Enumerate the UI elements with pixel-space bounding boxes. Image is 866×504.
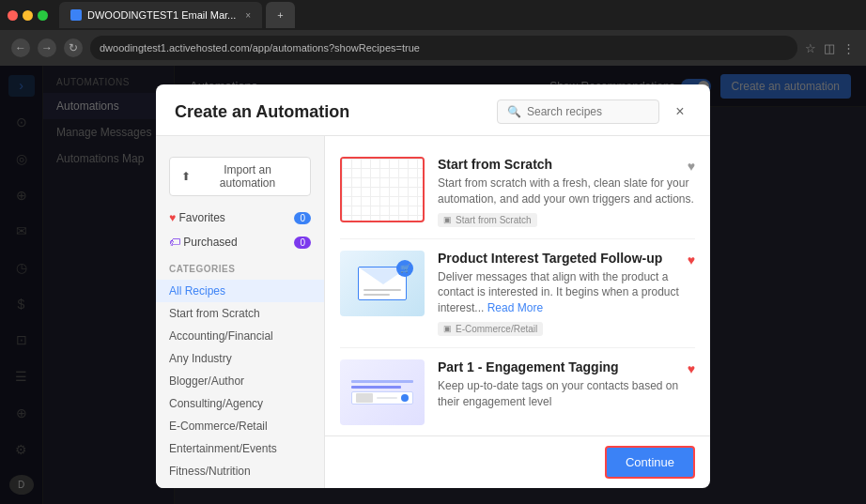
modal-header-right: 🔍 × bbox=[497, 99, 691, 124]
modal-footer: Continue bbox=[325, 435, 710, 488]
star-icon[interactable]: ☆ bbox=[805, 41, 816, 55]
category-ecommerce[interactable]: E-Commerce/Retail bbox=[156, 415, 324, 437]
app-wrapper: DWOODINGTEST1 Email Mar... × + ← → ↻ dwo… bbox=[0, 0, 866, 504]
modal-title: Create an Automation bbox=[175, 102, 349, 122]
recipe-info-scratch: Start from Scratch Start from scratch wi… bbox=[438, 157, 695, 227]
recipe-desc-scratch: Start from scratch with a fresh, clean s… bbox=[438, 176, 695, 207]
browser-chrome: DWOODINGTEST1 Email Mar... × + ← → ↻ dwo… bbox=[0, 0, 866, 66]
search-icon: 🔍 bbox=[507, 105, 521, 118]
recipe-info-product: Product Interest Targeted Follow-up Deli… bbox=[438, 251, 695, 336]
new-tab[interactable]: + bbox=[266, 2, 294, 28]
import-label: Import an automation bbox=[196, 163, 299, 190]
recipe-name-scratch: Start from Scratch bbox=[438, 157, 695, 172]
recipe-desc-engagement: Keep up-to-date tags on your contacts ba… bbox=[438, 378, 695, 410]
toolbar-icons: ☆ ◫ ⋮ bbox=[805, 41, 855, 55]
recipe-panel: Start from Scratch Start from scratch wi… bbox=[325, 136, 710, 488]
purchased-label: Purchased bbox=[183, 236, 237, 249]
category-accounting[interactable]: Accounting/Financial bbox=[156, 325, 324, 347]
back-button[interactable]: ← bbox=[11, 38, 30, 57]
continue-button[interactable]: Continue bbox=[605, 446, 695, 479]
category-entertainment[interactable]: Entertainment/Events bbox=[156, 437, 324, 460]
recipe-tag-label-product: E-Commerce/Retail bbox=[456, 324, 537, 334]
read-more-link[interactable]: Read More bbox=[487, 301, 543, 314]
recipe-tag-icon: ▣ bbox=[443, 215, 452, 224]
traffic-light-green[interactable] bbox=[38, 10, 48, 21]
grid-pattern bbox=[342, 159, 423, 221]
browser-tabs: DWOODINGTEST1 Email Mar... × + bbox=[0, 0, 866, 30]
modal-header: Create an Automation 🔍 × bbox=[156, 84, 710, 136]
purchased-badge: 0 bbox=[294, 237, 311, 249]
tag-icon: 🏷 bbox=[169, 236, 180, 249]
recipe-tag-label: Start from Scratch bbox=[456, 215, 532, 225]
purchased-item[interactable]: 🏷 Purchased 0 bbox=[156, 230, 324, 254]
category-start-from-scratch[interactable]: Start from Scratch bbox=[156, 302, 324, 325]
recipe-thumb-scratch bbox=[340, 157, 425, 222]
recipe-fav-product[interactable]: ♥ bbox=[688, 252, 695, 267]
tab-favicon bbox=[70, 9, 82, 21]
import-icon: ⬆ bbox=[181, 170, 191, 183]
category-consulting[interactable]: Consulting/Agency bbox=[156, 392, 324, 415]
browser-bar: ← → ↻ dwoodingtest1.activehosted.com/app… bbox=[0, 30, 866, 66]
new-tab-icon: + bbox=[277, 9, 283, 21]
recipe-thumb-product: 🛒 bbox=[340, 251, 425, 316]
recipe-name-engagement: Part 1 - Engagement Tagging bbox=[438, 359, 695, 374]
address-bar[interactable]: dwoodingtest1.activehosted.com/app/autom… bbox=[90, 36, 797, 60]
recipe-thumb-engagement bbox=[340, 359, 425, 425]
traffic-lights bbox=[8, 10, 48, 21]
purchased-row: 🏷 Purchased bbox=[169, 236, 238, 249]
refresh-button[interactable]: ↻ bbox=[64, 38, 83, 57]
cart-icon: 🛒 bbox=[396, 260, 413, 277]
recipe-tag-scratch: ▣ Start from Scratch bbox=[438, 213, 537, 227]
tab-close[interactable]: × bbox=[245, 10, 251, 21]
favorites-label: Favorites bbox=[178, 211, 224, 224]
category-all-recipes[interactable]: All Recipes bbox=[156, 280, 324, 302]
recipe-fav-scratch[interactable]: ♥ bbox=[688, 159, 695, 174]
category-healthcare[interactable]: Healthcare bbox=[156, 482, 324, 488]
search-input[interactable] bbox=[527, 105, 649, 118]
extensions-icon[interactable]: ◫ bbox=[824, 41, 835, 55]
tab-label: DWOODINGTEST1 Email Mar... bbox=[87, 9, 236, 21]
import-btn-area: ⬆ Import an automation bbox=[156, 147, 324, 206]
categories-title: CATEGORIES bbox=[156, 254, 324, 280]
create-automation-modal: Create an Automation 🔍 × ⬆ bbox=[156, 84, 710, 488]
favorites-item[interactable]: ♥ Favorites 0 bbox=[156, 206, 324, 230]
category-blogger[interactable]: Blogger/Author bbox=[156, 370, 324, 392]
modal-overlay: Create an Automation 🔍 × ⬆ bbox=[0, 66, 866, 504]
recipe-name-product: Product Interest Targeted Follow-up bbox=[438, 251, 695, 266]
close-button[interactable]: × bbox=[669, 100, 691, 123]
import-automation-button[interactable]: ⬆ Import an automation bbox=[169, 157, 311, 196]
recipe-fav-engagement[interactable]: ♥ bbox=[688, 361, 695, 376]
category-fitness[interactable]: Fitness/Nutrition bbox=[156, 460, 324, 482]
recipe-tag-icon-product: ▣ bbox=[443, 324, 452, 333]
more-icon[interactable]: ⋮ bbox=[843, 41, 855, 55]
recipe-item-product[interactable]: 🛒 Product Interest Targeted Follow-up De… bbox=[340, 239, 695, 348]
recipe-desc-product: Deliver messages that align with the pro… bbox=[438, 269, 695, 316]
active-tab[interactable]: DWOODINGTEST1 Email Mar... × bbox=[59, 2, 262, 28]
search-box[interactable]: 🔍 bbox=[497, 99, 659, 124]
recipe-tag-product: ▣ E-Commerce/Retail bbox=[438, 322, 543, 336]
traffic-light-yellow[interactable] bbox=[23, 10, 33, 21]
heart-icon: ♥ bbox=[169, 211, 176, 224]
forward-button[interactable]: → bbox=[38, 38, 56, 57]
favorites-badge: 0 bbox=[294, 212, 311, 224]
recipe-info-engagement: Part 1 - Engagement Tagging Keep up-to-d… bbox=[438, 359, 695, 410]
recipe-item-scratch[interactable]: Start from Scratch Start from scratch wi… bbox=[340, 145, 695, 239]
recipe-list: Start from Scratch Start from scratch wi… bbox=[325, 136, 710, 435]
address-text: dwoodingtest1.activehosted.com/app/autom… bbox=[100, 42, 420, 53]
modal-body: ⬆ Import an automation ♥ Favorites 0 bbox=[156, 136, 710, 488]
traffic-light-red[interactable] bbox=[8, 10, 18, 21]
recipe-item-engagement[interactable]: Part 1 - Engagement Tagging Keep up-to-d… bbox=[340, 348, 695, 435]
category-any-industry[interactable]: Any Industry bbox=[156, 347, 324, 370]
favorites-row: ♥ Favorites bbox=[169, 211, 225, 224]
modal-sidebar: ⬆ Import an automation ♥ Favorites 0 bbox=[156, 136, 325, 488]
